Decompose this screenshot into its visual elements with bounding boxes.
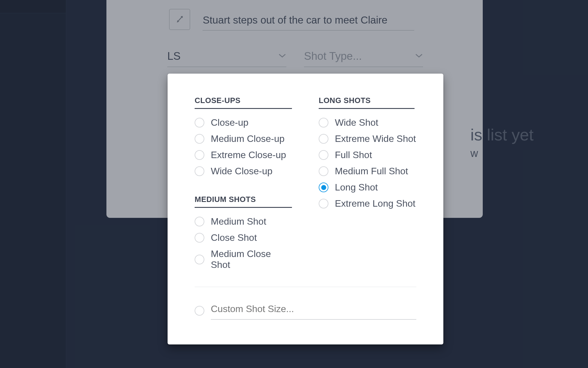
radio-icon bbox=[195, 118, 204, 127]
custom-shot-size-input[interactable] bbox=[211, 302, 416, 320]
shot-size-option[interactable]: Extreme Wide Shot bbox=[319, 133, 416, 144]
shot-size-option[interactable]: Medium Close-up bbox=[195, 133, 292, 144]
shot-size-option-label: Medium Shot bbox=[211, 216, 266, 227]
radio-icon bbox=[319, 150, 328, 160]
popover-left-column: CLOSE-UPS Close-upMedium Close-upExtreme… bbox=[195, 96, 292, 276]
radio-icon bbox=[319, 183, 328, 192]
popover-divider bbox=[195, 287, 416, 287]
shot-size-option-label: Close-up bbox=[211, 117, 248, 128]
shot-size-popover: CLOSE-UPS Close-upMedium Close-upExtreme… bbox=[168, 74, 443, 344]
shot-size-option[interactable]: Wide Close-up bbox=[195, 166, 292, 177]
radio-custom[interactable] bbox=[195, 306, 204, 316]
radio-icon bbox=[319, 166, 328, 176]
radio-icon bbox=[319, 199, 328, 208]
shot-size-option-label: Medium Full Shot bbox=[335, 166, 408, 177]
popover-right-column: LONG SHOTS Wide ShotExtreme Wide ShotFul… bbox=[319, 96, 416, 276]
shot-size-option[interactable]: Extreme Long Shot bbox=[319, 198, 416, 209]
shot-size-option[interactable]: Close-up bbox=[195, 117, 292, 128]
shot-size-option-label: Long Shot bbox=[335, 182, 378, 193]
shot-size-option[interactable]: Extreme Close-up bbox=[195, 150, 292, 160]
shot-size-option[interactable]: Long Shot bbox=[319, 182, 416, 193]
group-header-long: LONG SHOTS bbox=[319, 96, 415, 109]
shot-size-option-label: Extreme Long Shot bbox=[335, 198, 415, 209]
shot-size-option-label: Close Shot bbox=[211, 232, 257, 243]
shot-size-option-label: Wide Shot bbox=[335, 117, 378, 128]
shot-size-option-label: Medium Close-up bbox=[211, 133, 285, 144]
shot-size-option-label: Wide Close-up bbox=[211, 166, 273, 177]
shot-size-option[interactable]: Medium Full Shot bbox=[319, 166, 416, 177]
radio-icon bbox=[195, 134, 204, 144]
shot-size-option[interactable]: Medium Close Shot bbox=[195, 248, 292, 270]
group-header-closeups: CLOSE-UPS bbox=[195, 96, 292, 109]
radio-icon bbox=[195, 233, 204, 243]
radio-icon bbox=[195, 166, 204, 176]
shot-size-option[interactable]: Wide Shot bbox=[319, 117, 416, 128]
shot-size-option-label: Medium Close Shot bbox=[211, 248, 292, 270]
radio-icon bbox=[319, 118, 328, 127]
shot-size-option-label: Full Shot bbox=[335, 150, 372, 160]
radio-icon bbox=[195, 255, 204, 264]
radio-icon bbox=[319, 134, 328, 144]
radio-icon bbox=[195, 150, 204, 160]
shot-size-option-label: Extreme Close-up bbox=[211, 150, 286, 160]
shot-size-option[interactable]: Medium Shot bbox=[195, 216, 292, 227]
shot-size-option-label: Extreme Wide Shot bbox=[335, 133, 416, 144]
radio-icon bbox=[195, 217, 204, 226]
group-header-medium: MEDIUM SHOTS bbox=[195, 195, 292, 208]
shot-size-option[interactable]: Full Shot bbox=[319, 150, 416, 160]
shot-size-option[interactable]: Close Shot bbox=[195, 232, 292, 243]
